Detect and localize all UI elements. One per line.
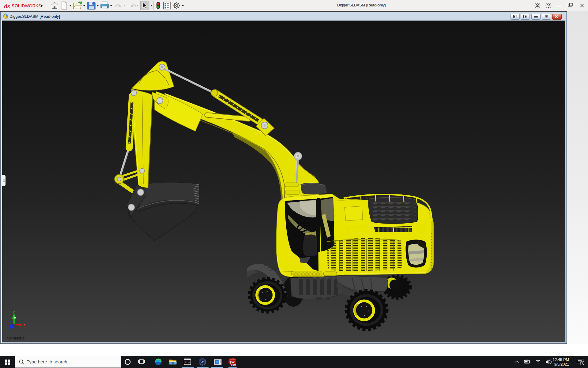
svg-text:3: 3 [581, 362, 583, 365]
svg-text:3/5/2021: 3/5/2021 [554, 362, 569, 366]
svg-text:C:\_: C:\_ [185, 361, 190, 363]
svg-text:12:45 PM: 12:45 PM [552, 358, 569, 362]
svg-text:Y: Y [13, 310, 15, 315]
svg-text:2021: 2021 [231, 364, 236, 366]
